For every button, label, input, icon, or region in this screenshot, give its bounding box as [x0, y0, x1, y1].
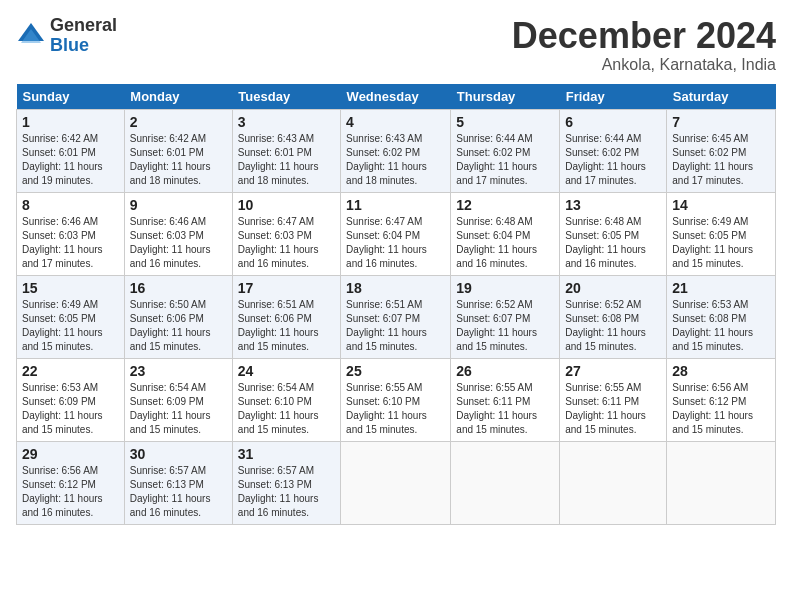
day-number: 8 — [22, 197, 119, 213]
day-info: Sunrise: 6:44 AM Sunset: 6:02 PM Dayligh… — [456, 132, 554, 188]
calendar-cell: 21Sunrise: 6:53 AM Sunset: 6:08 PM Dayli… — [667, 275, 776, 358]
calendar-cell: 31Sunrise: 6:57 AM Sunset: 6:13 PM Dayli… — [232, 441, 340, 524]
calendar-cell: 18Sunrise: 6:51 AM Sunset: 6:07 PM Dayli… — [341, 275, 451, 358]
day-info: Sunrise: 6:50 AM Sunset: 6:06 PM Dayligh… — [130, 298, 227, 354]
calendar-cell: 2Sunrise: 6:42 AM Sunset: 6:01 PM Daylig… — [124, 109, 232, 192]
calendar-cell: 11Sunrise: 6:47 AM Sunset: 6:04 PM Dayli… — [341, 192, 451, 275]
day-info: Sunrise: 6:56 AM Sunset: 6:12 PM Dayligh… — [672, 381, 770, 437]
day-number: 13 — [565, 197, 661, 213]
calendar-cell: 29Sunrise: 6:56 AM Sunset: 6:12 PM Dayli… — [17, 441, 125, 524]
title-section: December 2024 Ankola, Karnataka, India — [512, 16, 776, 74]
day-number: 5 — [456, 114, 554, 130]
day-number: 20 — [565, 280, 661, 296]
calendar-cell: 7Sunrise: 6:45 AM Sunset: 6:02 PM Daylig… — [667, 109, 776, 192]
day-info: Sunrise: 6:42 AM Sunset: 6:01 PM Dayligh… — [22, 132, 119, 188]
location-subtitle: Ankola, Karnataka, India — [512, 56, 776, 74]
calendar-table: Sunday Monday Tuesday Wednesday Thursday… — [16, 84, 776, 525]
calendar-week-row: 29Sunrise: 6:56 AM Sunset: 6:12 PM Dayli… — [17, 441, 776, 524]
day-number: 24 — [238, 363, 335, 379]
calendar-cell: 6Sunrise: 6:44 AM Sunset: 6:02 PM Daylig… — [560, 109, 667, 192]
day-number: 12 — [456, 197, 554, 213]
col-saturday: Saturday — [667, 84, 776, 110]
day-number: 2 — [130, 114, 227, 130]
day-info: Sunrise: 6:57 AM Sunset: 6:13 PM Dayligh… — [238, 464, 335, 520]
day-number: 3 — [238, 114, 335, 130]
calendar-cell: 30Sunrise: 6:57 AM Sunset: 6:13 PM Dayli… — [124, 441, 232, 524]
calendar-cell: 23Sunrise: 6:54 AM Sunset: 6:09 PM Dayli… — [124, 358, 232, 441]
day-info: Sunrise: 6:56 AM Sunset: 6:12 PM Dayligh… — [22, 464, 119, 520]
day-number: 18 — [346, 280, 445, 296]
calendar-cell: 19Sunrise: 6:52 AM Sunset: 6:07 PM Dayli… — [451, 275, 560, 358]
logo: General Blue — [16, 16, 117, 56]
day-info: Sunrise: 6:44 AM Sunset: 6:02 PM Dayligh… — [565, 132, 661, 188]
day-info: Sunrise: 6:46 AM Sunset: 6:03 PM Dayligh… — [22, 215, 119, 271]
month-title: December 2024 — [512, 16, 776, 56]
calendar-cell: 27Sunrise: 6:55 AM Sunset: 6:11 PM Dayli… — [560, 358, 667, 441]
calendar-cell — [451, 441, 560, 524]
calendar-cell: 3Sunrise: 6:43 AM Sunset: 6:01 PM Daylig… — [232, 109, 340, 192]
day-number: 16 — [130, 280, 227, 296]
day-info: Sunrise: 6:43 AM Sunset: 6:01 PM Dayligh… — [238, 132, 335, 188]
calendar-cell: 25Sunrise: 6:55 AM Sunset: 6:10 PM Dayli… — [341, 358, 451, 441]
page-container: General Blue December 2024 Ankola, Karna… — [0, 0, 792, 533]
col-tuesday: Tuesday — [232, 84, 340, 110]
day-number: 23 — [130, 363, 227, 379]
day-info: Sunrise: 6:49 AM Sunset: 6:05 PM Dayligh… — [22, 298, 119, 354]
day-info: Sunrise: 6:45 AM Sunset: 6:02 PM Dayligh… — [672, 132, 770, 188]
day-info: Sunrise: 6:53 AM Sunset: 6:08 PM Dayligh… — [672, 298, 770, 354]
calendar-cell: 10Sunrise: 6:47 AM Sunset: 6:03 PM Dayli… — [232, 192, 340, 275]
day-number: 28 — [672, 363, 770, 379]
calendar-cell: 5Sunrise: 6:44 AM Sunset: 6:02 PM Daylig… — [451, 109, 560, 192]
day-number: 31 — [238, 446, 335, 462]
logo-text: General Blue — [50, 16, 117, 56]
day-number: 17 — [238, 280, 335, 296]
calendar-cell — [560, 441, 667, 524]
col-monday: Monday — [124, 84, 232, 110]
day-number: 29 — [22, 446, 119, 462]
day-number: 1 — [22, 114, 119, 130]
col-wednesday: Wednesday — [341, 84, 451, 110]
day-number: 9 — [130, 197, 227, 213]
calendar-cell: 4Sunrise: 6:43 AM Sunset: 6:02 PM Daylig… — [341, 109, 451, 192]
day-number: 6 — [565, 114, 661, 130]
calendar-header-row: Sunday Monday Tuesday Wednesday Thursday… — [17, 84, 776, 110]
day-number: 30 — [130, 446, 227, 462]
calendar-cell: 22Sunrise: 6:53 AM Sunset: 6:09 PM Dayli… — [17, 358, 125, 441]
day-info: Sunrise: 6:57 AM Sunset: 6:13 PM Dayligh… — [130, 464, 227, 520]
day-info: Sunrise: 6:54 AM Sunset: 6:10 PM Dayligh… — [238, 381, 335, 437]
day-info: Sunrise: 6:54 AM Sunset: 6:09 PM Dayligh… — [130, 381, 227, 437]
day-info: Sunrise: 6:42 AM Sunset: 6:01 PM Dayligh… — [130, 132, 227, 188]
calendar-cell: 13Sunrise: 6:48 AM Sunset: 6:05 PM Dayli… — [560, 192, 667, 275]
day-info: Sunrise: 6:47 AM Sunset: 6:04 PM Dayligh… — [346, 215, 445, 271]
day-number: 14 — [672, 197, 770, 213]
day-number: 19 — [456, 280, 554, 296]
calendar-cell: 20Sunrise: 6:52 AM Sunset: 6:08 PM Dayli… — [560, 275, 667, 358]
day-number: 21 — [672, 280, 770, 296]
day-number: 10 — [238, 197, 335, 213]
day-info: Sunrise: 6:46 AM Sunset: 6:03 PM Dayligh… — [130, 215, 227, 271]
logo-general-text: General — [50, 16, 117, 36]
calendar-cell: 14Sunrise: 6:49 AM Sunset: 6:05 PM Dayli… — [667, 192, 776, 275]
calendar-cell: 9Sunrise: 6:46 AM Sunset: 6:03 PM Daylig… — [124, 192, 232, 275]
col-friday: Friday — [560, 84, 667, 110]
day-number: 7 — [672, 114, 770, 130]
logo-blue-text: Blue — [50, 36, 117, 56]
day-info: Sunrise: 6:47 AM Sunset: 6:03 PM Dayligh… — [238, 215, 335, 271]
calendar-cell: 24Sunrise: 6:54 AM Sunset: 6:10 PM Dayli… — [232, 358, 340, 441]
calendar-week-row: 1Sunrise: 6:42 AM Sunset: 6:01 PM Daylig… — [17, 109, 776, 192]
day-number: 27 — [565, 363, 661, 379]
day-number: 4 — [346, 114, 445, 130]
day-info: Sunrise: 6:53 AM Sunset: 6:09 PM Dayligh… — [22, 381, 119, 437]
calendar-cell — [667, 441, 776, 524]
calendar-week-row: 8Sunrise: 6:46 AM Sunset: 6:03 PM Daylig… — [17, 192, 776, 275]
day-info: Sunrise: 6:51 AM Sunset: 6:07 PM Dayligh… — [346, 298, 445, 354]
day-number: 15 — [22, 280, 119, 296]
col-thursday: Thursday — [451, 84, 560, 110]
calendar-cell: 8Sunrise: 6:46 AM Sunset: 6:03 PM Daylig… — [17, 192, 125, 275]
calendar-cell: 12Sunrise: 6:48 AM Sunset: 6:04 PM Dayli… — [451, 192, 560, 275]
logo-icon — [16, 21, 46, 51]
day-info: Sunrise: 6:48 AM Sunset: 6:05 PM Dayligh… — [565, 215, 661, 271]
day-number: 26 — [456, 363, 554, 379]
day-number: 22 — [22, 363, 119, 379]
calendar-week-row: 22Sunrise: 6:53 AM Sunset: 6:09 PM Dayli… — [17, 358, 776, 441]
